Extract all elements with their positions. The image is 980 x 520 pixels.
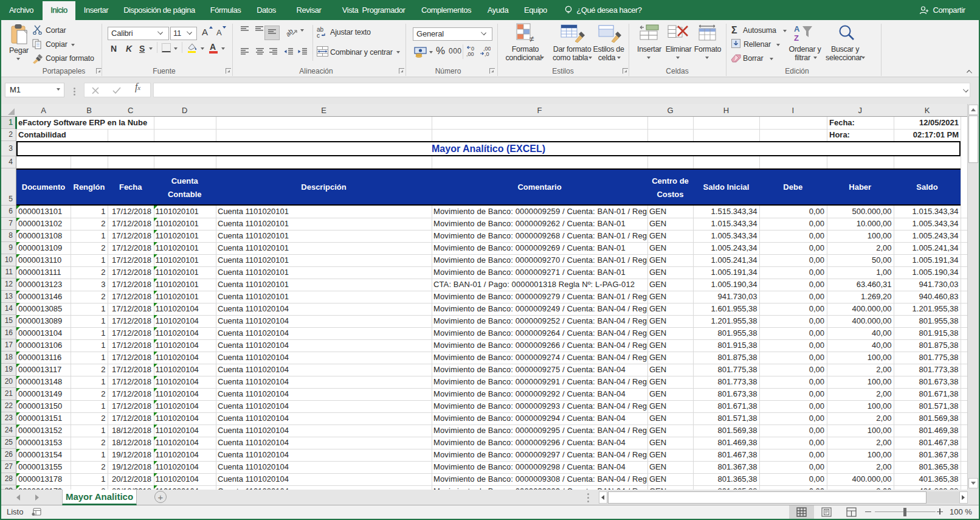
svg-text:Z: Z [794,33,799,42]
svg-text:≠: ≠ [530,34,534,43]
svg-text:,00: ,00 [466,51,474,57]
svg-text:ab: ab [286,27,294,37]
svg-text:A: A [794,24,800,33]
svg-text:,0: ,0 [485,51,489,57]
svg-text:c: c [317,32,320,38]
